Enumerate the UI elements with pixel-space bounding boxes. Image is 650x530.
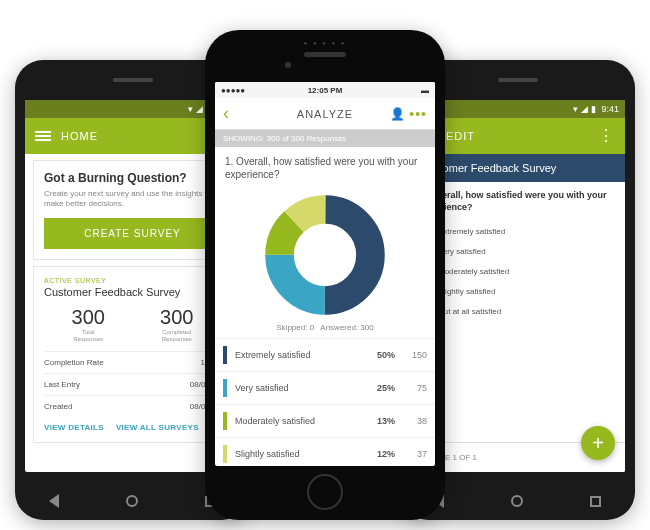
links-row: VIEW DETAILS VIEW ALL SURVEYS xyxy=(44,417,221,432)
result-row[interactable]: Slightly satisfied12%37 xyxy=(215,437,435,466)
phone-camera xyxy=(285,62,291,68)
phone-speaker xyxy=(304,52,346,57)
info-row: Created08/04/15 xyxy=(44,395,221,417)
card-title: Got a Burning Question? xyxy=(44,171,221,185)
stats-row: 300 Total Responses 300 Completed Respon… xyxy=(44,306,221,343)
donut-chart xyxy=(215,189,435,317)
result-count: 75 xyxy=(403,383,427,393)
result-row[interactable]: Moderately satisfied13%38 xyxy=(215,404,435,437)
stat-label: Responses xyxy=(160,336,193,343)
screen-analyze: ●●●●● 12:05 PM ▬ ‹ ANALYZE 👤 ••• SHOWING… xyxy=(215,82,435,466)
header-title: HOME xyxy=(61,130,98,142)
carrier-signal: ●●●●● xyxy=(221,86,245,95)
view-all-surveys-link[interactable]: VIEW ALL SURVEYS xyxy=(116,423,199,432)
recent-icon[interactable] xyxy=(590,496,601,507)
home-icon[interactable] xyxy=(511,495,523,507)
option-label: Not at all satisfied xyxy=(438,307,501,316)
signal-icon: ◢ xyxy=(581,104,588,114)
home-button[interactable] xyxy=(307,474,343,510)
info-label: Last Entry xyxy=(44,380,80,389)
result-count: 37 xyxy=(403,449,427,459)
add-button[interactable]: + xyxy=(581,426,615,460)
card-subtitle: Create your next survey and use the insi… xyxy=(44,189,221,210)
result-label: Moderately satisfied xyxy=(235,416,377,426)
option-label: Extremely satisfied xyxy=(438,227,505,236)
info-row: Completion Rate100% xyxy=(44,351,221,373)
total-responses-stat: 300 Total Responses xyxy=(72,306,105,343)
result-label: Extremely satisfied xyxy=(235,350,377,360)
result-row[interactable]: Very satisfied25%75 xyxy=(215,371,435,404)
header-title: ANALYZE xyxy=(297,108,353,120)
result-label: Slightly satisfied xyxy=(235,449,377,459)
result-count: 38 xyxy=(403,416,427,426)
stat-number: 300 xyxy=(72,306,105,329)
result-percent: 13% xyxy=(377,416,395,426)
info-row: Last Entry08/04/15 xyxy=(44,373,221,395)
home-icon[interactable] xyxy=(126,495,138,507)
stat-label: Total xyxy=(72,329,105,336)
user-icon[interactable]: 👤 xyxy=(390,107,405,121)
result-label: Very satisfied xyxy=(235,383,377,393)
showing-bar: SHOWING: 300 of 300 Responses xyxy=(215,130,435,147)
option-label: Very satisfied xyxy=(438,247,486,256)
view-details-link[interactable]: VIEW DETAILS xyxy=(44,423,104,432)
wifi-icon: ▾ xyxy=(573,104,578,114)
answered-count: Answered: 300 xyxy=(320,323,373,332)
question-text: 1. Overall, how satisfied were you with … xyxy=(215,147,435,189)
burning-question-card: Got a Burning Question? Create your next… xyxy=(33,160,232,260)
result-percent: 50% xyxy=(377,350,395,360)
phone-dots: ● ● ● ● ● xyxy=(304,40,347,46)
wifi-icon: ▾ xyxy=(188,104,193,114)
header-title: EDIT xyxy=(446,130,475,142)
result-percent: 12% xyxy=(377,449,395,459)
status-time: 12:05 PM xyxy=(308,86,343,95)
info-label: Completion Rate xyxy=(44,358,104,367)
active-survey-card: ACTIVE SURVEY Customer Feedback Survey 3… xyxy=(33,266,232,443)
phone-speaker xyxy=(498,78,538,82)
option-label: Slightly satisfied xyxy=(438,287,495,296)
app-header-analyze: ‹ ANALYZE 👤 ••• xyxy=(215,98,435,130)
result-row[interactable]: Extremely satisfied50%150 xyxy=(215,338,435,371)
battery-icon: ▬ xyxy=(421,86,429,95)
more-icon[interactable]: ••• xyxy=(409,106,427,122)
battery-icon: ▮ xyxy=(591,104,596,114)
signal-icon: ◢ xyxy=(196,104,203,114)
create-survey-button[interactable]: CREATE SURVEY xyxy=(44,218,221,249)
back-icon[interactable] xyxy=(49,494,59,508)
option-label: Moderately satisfied xyxy=(438,267,509,276)
skip-answered-row: Skipped: 0 Answered: 300 xyxy=(215,317,435,338)
iphone-analyze: ● ● ● ● ● ●●●●● 12:05 PM ▬ ‹ ANALYZE 👤 •… xyxy=(205,30,445,520)
menu-icon[interactable] xyxy=(35,129,51,143)
stat-label: Responses xyxy=(72,336,105,343)
stat-label: Completed xyxy=(160,329,193,336)
color-swatch xyxy=(223,379,227,397)
phone-speaker xyxy=(113,78,153,82)
ios-status-bar: ●●●●● 12:05 PM ▬ xyxy=(215,82,435,98)
color-swatch xyxy=(223,346,227,364)
skipped-count: Skipped: 0 xyxy=(276,323,314,332)
result-percent: 25% xyxy=(377,383,395,393)
survey-name: Customer Feedback Survey xyxy=(44,286,221,298)
active-survey-label: ACTIVE SURVEY xyxy=(44,277,221,284)
back-icon[interactable]: ‹ xyxy=(223,103,229,124)
info-label: Created xyxy=(44,402,72,411)
color-swatch xyxy=(223,412,227,430)
color-swatch xyxy=(223,445,227,463)
status-time: 9:41 xyxy=(601,104,619,114)
result-count: 150 xyxy=(403,350,427,360)
completed-responses-stat: 300 Completed Responses xyxy=(160,306,193,343)
stat-number: 300 xyxy=(160,306,193,329)
